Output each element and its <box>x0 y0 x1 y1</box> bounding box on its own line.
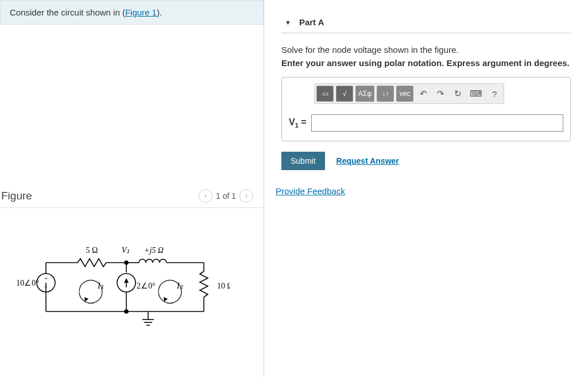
subscript-button[interactable]: ↓↑ <box>377 86 394 102</box>
svg-text:10 Ω: 10 Ω <box>217 282 230 290</box>
svg-point-14 <box>125 310 128 313</box>
answer-box: ▭ √ ΑΣφ ↓↑ vec ↶ ↷ ↻ ⌨ ? V1 = <box>281 77 571 141</box>
svg-text:I₂: I₂ <box>176 282 183 290</box>
instruction-1: Solve for the node voltage shown in the … <box>281 45 571 55</box>
figure-title: Figure <box>1 190 32 202</box>
question-prompt: Consider the circuit shown in (Figure 1)… <box>0 0 264 25</box>
undo-icon[interactable]: ↶ <box>416 86 431 102</box>
sqrt-icon[interactable]: √ <box>336 86 353 102</box>
greek-button[interactable]: ΑΣφ <box>355 86 374 102</box>
instruction-2: Enter your answer using polar notation. … <box>281 58 571 68</box>
pager-next[interactable]: › <box>239 189 253 203</box>
part-header[interactable]: ▼ Part A <box>281 11 571 33</box>
svg-text:+: + <box>44 275 48 282</box>
prompt-pre: Consider the circuit shown in ( <box>10 7 125 17</box>
figure-link[interactable]: Figure 1 <box>125 7 157 17</box>
svg-text:+j5 Ω: +j5 Ω <box>144 246 164 255</box>
svg-text:V₁: V₁ <box>122 246 130 255</box>
figure-pager: ‹ 1 of 1 › <box>199 189 253 203</box>
pager-prev[interactable]: ‹ <box>199 189 212 203</box>
svg-text:10∠0°: 10∠0° <box>16 279 39 287</box>
request-answer-link[interactable]: Request Answer <box>336 156 399 166</box>
reset-icon[interactable]: ↻ <box>450 86 465 102</box>
submit-button[interactable]: Submit <box>281 152 325 170</box>
keyboard-icon[interactable]: ⌨ <box>467 86 485 102</box>
redo-icon[interactable]: ↷ <box>433 86 448 102</box>
svg-text:−: − <box>44 283 48 291</box>
figure-header: Figure ‹ 1 of 1 › <box>0 186 264 208</box>
caret-down-icon: ▼ <box>285 19 291 26</box>
svg-text:5 Ω: 5 Ω <box>86 246 98 255</box>
provide-feedback-link[interactable]: Provide Feedback <box>276 186 345 196</box>
circuit-figure: + − 5 Ω V₁ +j5 Ω 10 Ω 10∠0° I₁ 2∠0° I₂ <box>0 208 264 336</box>
vec-button[interactable]: vec <box>396 86 413 102</box>
answer-variable: V1 = <box>289 117 307 129</box>
template-icon[interactable]: ▭ <box>316 86 334 102</box>
svg-text:I₁: I₁ <box>97 282 104 290</box>
help-icon[interactable]: ? <box>487 86 502 102</box>
equation-toolbar: ▭ √ ΑΣφ ↓↑ vec ↶ ↷ ↻ ⌨ ? <box>314 83 504 104</box>
answer-input[interactable] <box>311 114 563 132</box>
part-title: Part A <box>299 17 324 27</box>
pager-text: 1 of 1 <box>216 191 236 201</box>
svg-text:2∠0°: 2∠0° <box>137 282 156 290</box>
prompt-post: ). <box>157 7 162 17</box>
